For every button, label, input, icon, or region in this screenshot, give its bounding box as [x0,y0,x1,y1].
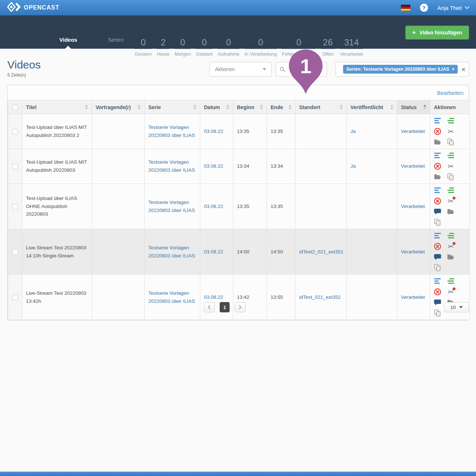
event-details-icon[interactable] [434,278,441,285]
clear-filters-icon[interactable]: × [461,66,465,73]
status-link[interactable]: Verarbeitet [401,294,425,300]
comments-icon[interactable] [434,208,441,215]
tab-videos[interactable]: Videos [44,37,93,49]
col-header-standort[interactable]: Standort [295,100,347,114]
status-link[interactable]: Verarbeitet [401,249,425,254]
sort-icon[interactable] [289,105,291,109]
sort-icon[interactable] [138,105,141,109]
next-page-button[interactable] [235,302,246,312]
video-editor-scissors-alert-icon[interactable]: ✂ [447,197,454,205]
video-editor-scissors-alert-icon[interactable]: ✂ [447,243,454,250]
comments-icon[interactable] [434,253,441,261]
page-button-1[interactable]: 1 [220,302,230,312]
actions-dropdown[interactable]: Aktionen [209,62,272,77]
status-link[interactable]: Verarbeitet [401,204,425,209]
delete-event-icon[interactable] [434,197,441,205]
stat-gestern[interactable]: 0 Gestern [135,37,152,57]
series-link[interactable]: Testserie Vorlagen 20220803 über ILIAS [148,124,195,138]
prev-page-button[interactable] [204,302,215,312]
delete-event-icon[interactable] [434,163,441,170]
sort-icon[interactable] [193,105,196,109]
search-input[interactable] [288,67,321,72]
publications-icon[interactable] [447,232,454,239]
stat-morgen[interactable]: 0 Morgen [175,37,191,57]
status-link[interactable]: Verarbeitet [401,163,425,169]
row-checkbox[interactable] [12,164,18,169]
col-header-beginn[interactable]: Beginn [233,100,267,114]
user-menu[interactable]: Anja Thiel [438,5,469,11]
stat-offen[interactable]: 26 Offen [321,37,335,57]
video-editor-scissors-icon[interactable]: ✂ [447,128,454,135]
col-header-veroeffentlicht[interactable]: Veröffentlicht [347,100,397,114]
row-checkbox[interactable] [12,249,18,255]
sort-icon[interactable] [340,105,343,109]
assets-folder-icon[interactable] [447,253,454,261]
bulk-edit-link[interactable]: Bearbeiten [437,90,464,96]
event-details-icon[interactable] [434,232,441,239]
help-icon[interactable]: ? [420,4,428,12]
duplicate-copy-icon[interactable] [434,264,441,271]
duplicate-copy-icon[interactable] [434,219,441,226]
date-link[interactable]: 03.08.22 [204,163,223,169]
assets-folder-icon[interactable] [447,208,454,215]
sort-icon[interactable] [260,105,263,109]
row-checkbox[interactable] [12,204,18,209]
page-size-select[interactable]: 10 [444,302,469,312]
date-link[interactable]: 03.08.22 [204,129,223,134]
col-header-titel[interactable]: Titel [22,100,92,114]
location-link[interactable]: idTest2_021_ext351 [299,249,343,254]
event-details-icon[interactable] [434,187,441,194]
video-editor-scissors-alert-icon[interactable]: ✂ [447,288,454,295]
location-link[interactable]: idTest_021_ext352 [299,294,341,300]
delete-event-icon[interactable] [434,288,441,295]
stat-heute[interactable]: 2 Heute [157,37,170,57]
assets-folder-icon[interactable] [434,173,441,181]
duplicate-copy-icon[interactable] [434,309,441,317]
select-all-checkbox[interactable] [12,105,18,110]
publications-icon[interactable] [447,278,454,285]
comments-icon[interactable] [434,299,441,306]
col-header-status[interactable]: Status [397,100,430,114]
col-header-ende[interactable]: Ende [267,100,295,114]
date-link[interactable]: 03.08.22 [204,294,223,300]
filter-chip-series[interactable]: Serien: Testserie Vorlagen 20220803 über… [343,65,458,74]
delete-event-icon[interactable] [434,128,441,135]
sort-icon[interactable] [226,105,229,109]
date-link[interactable]: 03.08.22 [204,204,223,209]
opencast-logo[interactable]: OPENCAST [7,2,59,13]
publications-icon[interactable] [447,187,454,194]
assets-folder-icon[interactable] [434,138,441,146]
col-header-datum[interactable]: Datum [200,100,233,114]
stat-geplant[interactable]: 0 Geplant [196,37,213,57]
tab-serien[interactable]: Serien [93,37,139,49]
series-link[interactable]: Testserie Vorlagen 20220803 über ILIAS [148,200,195,213]
search-box[interactable] [276,62,327,77]
publications-icon[interactable] [447,152,454,159]
date-link[interactable]: 03.08.22 [204,249,223,254]
add-video-button[interactable]: + Video hinzufügen [405,26,469,40]
event-details-icon[interactable] [434,152,441,159]
language-flag-german[interactable] [401,5,410,11]
series-link[interactable]: Testserie Vorlagen 20220803 über ILIAS [148,290,195,304]
row-checkbox[interactable] [12,295,18,300]
sort-icon[interactable] [85,105,88,109]
stat-aufnahme[interactable]: 0 Aufnahme [218,37,239,57]
publications-icon[interactable] [447,117,454,124]
delete-event-icon[interactable] [434,243,441,250]
series-link[interactable]: Testserie Vorlagen 20220803 über ILIAS [148,245,195,259]
row-checkbox[interactable] [12,129,18,134]
stat-verarbeitet[interactable]: 314 Verarbeitet [340,37,363,57]
video-editor-scissors-icon[interactable]: ✂ [447,163,454,170]
sort-icon-active[interactable] [423,105,426,109]
sort-icon[interactable] [390,105,393,109]
chip-remove-icon[interactable]: × [452,67,454,72]
duplicate-copy-icon[interactable] [447,173,454,181]
stat-in-verarbeitung[interactable]: 0 In Verarbeitung [245,37,277,57]
duplicate-copy-icon[interactable] [447,138,454,146]
event-details-icon[interactable] [434,117,441,124]
stat-fehlgeschlagen[interactable]: 0 Fehlgeschlagen [282,37,316,57]
status-link[interactable]: Verarbeitet [401,129,425,134]
col-header-vortragende[interactable]: Vortragende(r) [92,100,145,114]
series-link[interactable]: Testserie Vorlagen 20220803 über ILIAS [148,159,195,173]
col-header-serie[interactable]: Serie [145,100,200,114]
